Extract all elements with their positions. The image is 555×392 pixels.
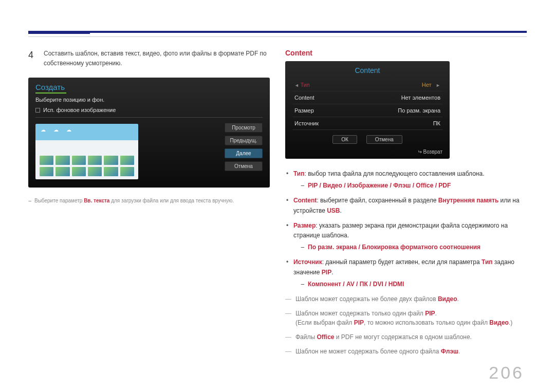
title-underline [35,92,66,94]
description-list: Тип: выбор типа файла для последующего с… [285,169,527,289]
bullet-content: Content: выберите файл, сохраненный в ра… [285,196,527,215]
left-column: 4 Составить шаблон, вставив текст, видео… [28,49,270,361]
thumbnail-grid [40,156,134,176]
step-number: 4 [28,49,33,62]
n2-em: PIP [425,310,435,317]
checkbox-label: Исп. фоновое изображение [43,107,116,113]
option-row-source: Источник ПК [292,117,442,130]
return-icon: ↵ [418,149,422,155]
n3-em: Office [317,333,334,341]
n4-end: . [458,348,460,355]
page-number: 206 [489,363,524,383]
n1-t: Шаблон может содержать не более двух фай… [295,295,438,303]
b4-end: . [331,269,333,276]
b1-text: : выбор типа файла для последующего сост… [305,170,485,177]
n2b-em2: Видео [489,319,509,326]
checkbox-row: Исп. фоновое изображение [35,107,263,113]
size-value: По разм. экрана [398,107,440,114]
preview-button[interactable]: Просмотр [225,123,263,133]
note-3: Файлы Office и PDF не могут содержаться … [285,332,527,342]
checkbox-icon [35,108,40,113]
source-value: ПК [433,120,440,126]
dialog-instruction: Выберите позицию и фон. [35,97,263,103]
source-label: Источник [294,120,319,126]
b4-t1: : данный параметр будет активен, если дл… [322,258,482,266]
content-value: Нет элементов [401,95,440,101]
b3-label: Размер [293,222,316,229]
content-label: Content [294,95,314,101]
b2-end: . [340,207,342,214]
note-4: Шаблон не может содержать более одного ф… [285,347,527,356]
b3-text: : указать размер экрана при демонстрации… [293,222,508,239]
n4-t: Шаблон не может содержать более одного ф… [295,348,441,355]
n2b-t2: , то можно использовать только один файл [364,319,489,326]
next-button[interactable]: Далее [225,148,263,158]
type-label: Тип [300,82,309,88]
b2-mem: Внутренняя память [438,197,499,204]
return-label: Возврат [423,149,443,155]
n3-t2: и PDF не могут содержаться в одном шабло… [334,333,471,341]
n2b-end: .) [509,319,512,326]
b2-t1: : выберите файл, сохраненный в разделе [317,197,438,204]
n2b-em1: PIP [354,319,364,326]
content-dialog-screenshot: Content ◄ Тип Нет ► Content Нет элементо… [285,61,450,159]
cancel-button-osd[interactable]: Отмена [366,135,402,144]
b4-tip: Тип [482,258,493,266]
header-rule-accent [28,31,90,34]
bullet-source: Источник: данный параметр будет активен,… [285,257,527,289]
b2-usb: USB [327,207,340,214]
header-rule [28,31,527,33]
n1-em: Видео [438,295,457,303]
header-thin-rule [28,36,527,37]
b4-label: Источник [293,258,322,266]
sky-graphic: ☁ ☁ ☁ [41,127,75,133]
dialog-title: Создать [35,83,263,91]
notes-list: Шаблон может содержать не более двух фай… [285,294,527,356]
return-hint: ↵Возврат [292,149,442,155]
b1-options: PIP / Видео / Изображение / Флэш / Offic… [293,181,527,191]
n1-end: . [457,295,459,303]
caption-note: Выберите параметр Вв. текста для загрузк… [28,197,270,204]
b2-label: Content [293,197,317,204]
cancel-button[interactable]: Отмена [225,161,263,171]
create-dialog-screenshot: Создать Выберите позицию и фон. Исп. фон… [28,78,270,188]
option-row-type: ◄ Тип Нет ► [292,79,442,91]
b3-options: По разм. экрана / Блокировка форматного … [293,242,527,252]
caption-text-1: Выберите параметр [34,198,84,203]
n2b-t1: (Если выбран файл [295,319,354,326]
option-row-size: Размер По разм. экрана [292,104,442,117]
step-text: Составить шаблон, вставив текст, видео, … [44,49,270,68]
right-column: Content Content ◄ Тип Нет ► Content Нет … [285,49,527,361]
bullet-size: Размер: указать размер экрана при демонс… [285,221,527,253]
size-label: Размер [294,107,314,114]
content-dialog-title: Content [292,66,442,74]
bullet-type: Тип: выбор типа файла для последующего с… [285,169,527,191]
note-2: Шаблон может содержать только один файл … [285,309,527,327]
b4-options: Компонент / AV / ПК / DVI / HDMI [293,279,527,289]
n2-t: Шаблон может содержать только один файл [295,310,425,317]
caption-em: Вв. текста [84,198,109,203]
caption-text-2: для загрузки файла или для ввода текста … [109,198,234,203]
type-value: Нет [422,82,432,88]
section-title: Content [285,49,527,57]
ok-button[interactable]: ОК [332,135,357,144]
background-preview: ☁ ☁ ☁ [35,124,138,179]
b4-pip: PIP [322,269,331,276]
b1-label: Тип [293,170,305,177]
n3-t1: Файлы [295,333,317,341]
n4-em: Флэш [441,348,458,355]
note-1: Шаблон может содержать не более двух фай… [285,294,527,304]
option-row-content: Content Нет элементов [292,91,442,104]
previous-button[interactable]: Предыдущ. [225,136,263,145]
n2-end: . [435,310,437,317]
divider [35,117,263,118]
